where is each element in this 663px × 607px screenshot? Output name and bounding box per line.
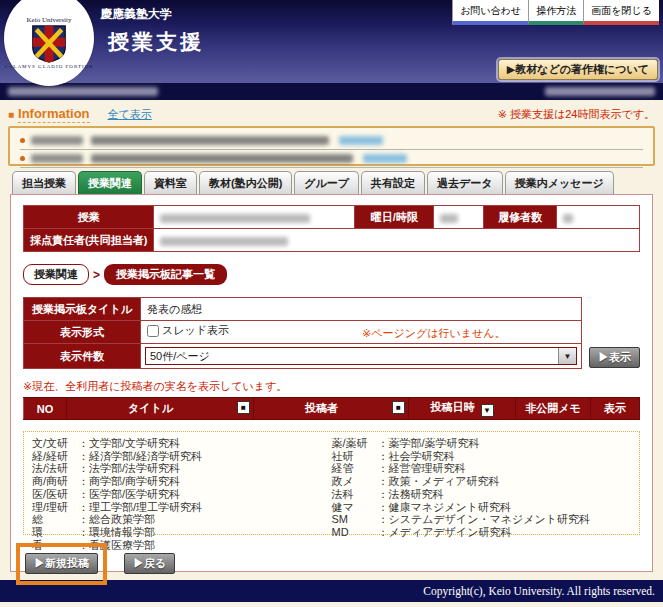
- redacted-enrollment: [563, 214, 573, 223]
- tab-content-panel: 授業 曜日/時限 履修者数 採点責任者(共同担当者) 授業関連 > 授業掲示板記…: [10, 194, 653, 572]
- 24h-note: ※ 授業支援は24時間表示です。: [498, 107, 655, 122]
- thread-display-option[interactable]: スレッド表示: [147, 323, 229, 338]
- legend-abbr: 法科: [332, 488, 378, 501]
- redacted-notice-link[interactable]: [339, 136, 383, 145]
- tab-materials[interactable]: 教材(塾内公開): [199, 171, 292, 194]
- legend-abbr: 経管: [332, 462, 378, 475]
- legend-separator: ：: [378, 488, 389, 501]
- tab-group[interactable]: グループ: [294, 171, 359, 194]
- tab-class-related[interactable]: 授業関連: [78, 171, 142, 194]
- legend-separator: ：: [378, 526, 389, 539]
- legend-name: 法学部/法学研究科: [89, 462, 180, 475]
- tab-resource-room[interactable]: 資料室: [144, 171, 197, 194]
- legend-item: 法/法研：法学部/法学研究科: [32, 462, 332, 475]
- legend-item: 健マ：健康マネジメント研究科: [332, 501, 632, 514]
- col-display: 表示: [591, 398, 640, 420]
- notice-item: [20, 150, 643, 168]
- breadcrumb-separator: >: [93, 268, 100, 282]
- tab-assigned-classes[interactable]: 担当授業: [12, 171, 76, 194]
- breadcrumb: 授業関連 > 授業掲示板記事一覧: [23, 264, 640, 285]
- paging-note: ※ページングは行いません。: [362, 327, 506, 339]
- date-sort-desc-icon[interactable]: ▼: [481, 404, 494, 417]
- display-format-value: スレッド表示 ※ページングは行いません。: [141, 321, 582, 344]
- app-header: Keio University CALAMVS GLADIO FORTIOR 慶…: [0, 0, 663, 83]
- legend-left-column: 文/文研：文学部/文学研究科 経/経研：経済学部/経済学研究科 法/法研：法学部…: [32, 437, 332, 529]
- information-title: Information: [18, 106, 90, 123]
- close-screen-button[interactable]: 画面を閉じる: [583, 0, 659, 25]
- new-post-button[interactable]: ▶新規投稿: [25, 553, 98, 574]
- legend-abbr: 理/理研: [32, 501, 78, 514]
- title-sort-icon[interactable]: ■: [237, 401, 250, 414]
- legend-name: 総合政策学部: [89, 513, 155, 526]
- legend-abbr: 社研: [332, 450, 378, 463]
- legend-item: SM：システムデザイン・マネジメント研究科: [332, 513, 632, 526]
- information-section: ■ Information 全て表示 ※ 授業支援は24時間表示です。: [0, 100, 663, 170]
- thread-display-checkbox[interactable]: [147, 325, 159, 337]
- legend-name: 政策・メディア研究科: [389, 475, 500, 488]
- redacted-notice-link[interactable]: [363, 154, 407, 163]
- enrollment-label: 履修者数: [484, 206, 557, 229]
- university-name: 慶應義塾大学: [100, 6, 172, 23]
- legend-item: 経/経研：経済学部/経済学研究科: [32, 450, 332, 463]
- legend-separator: ：: [378, 513, 389, 526]
- info-square-icon: ■: [8, 109, 14, 120]
- legend-separator: ：: [78, 450, 89, 463]
- legend-abbr: 法/法研: [32, 462, 78, 475]
- legend-name: システムデザイン・マネジメント研究科: [389, 513, 591, 526]
- how-to-button[interactable]: 操作方法: [528, 0, 583, 25]
- back-button[interactable]: ▶戻る: [124, 553, 175, 574]
- tab-sharing-settings[interactable]: 共有設定: [361, 171, 425, 194]
- notice-item: [20, 132, 643, 150]
- legend-separator: ：: [78, 526, 89, 539]
- class-value: [154, 206, 355, 229]
- legend-abbr: 総: [32, 513, 78, 526]
- page-size-select[interactable]: 50件/ページ ▼: [145, 347, 577, 365]
- legend-abbr: 医/医研: [32, 488, 78, 501]
- legend-name: 環境情報学部: [89, 526, 155, 539]
- logo-caption: Keio University: [27, 16, 72, 24]
- col-post-date: 投稿日時▼: [409, 398, 516, 420]
- col-title-label: タイトル: [128, 402, 173, 414]
- breadcrumb-class-related[interactable]: 授業関連: [23, 264, 89, 285]
- user-status-bar: [0, 83, 663, 100]
- legend-item: 法科：法務研究科: [332, 488, 632, 501]
- materials-copyright-button[interactable]: ▶教材などの著作権について: [498, 59, 658, 80]
- col-poster-label: 投稿者: [305, 402, 338, 414]
- legend-name: 医学部/医学研究科: [89, 488, 180, 501]
- breadcrumb-board-article-list: 授業掲示板記事一覧: [104, 264, 227, 285]
- page-title: 授業支援: [108, 28, 204, 56]
- legend-abbr: 薬/薬研: [332, 437, 378, 450]
- legend-name: 文学部/文学研究科: [89, 437, 180, 450]
- legend-name: 健康マネジメント研究科: [389, 501, 512, 514]
- legend-item: 看：看護医療学部: [32, 539, 332, 552]
- legend-name: 看護医療学部: [89, 539, 155, 552]
- poster-sort-icon[interactable]: ■: [392, 401, 405, 414]
- footer: Copyright(c), Keio University. All right…: [0, 580, 663, 602]
- legend-name: 薬学部/薬学研究科: [389, 437, 480, 450]
- notice-box: [8, 126, 655, 166]
- legend-abbr: 経/経研: [32, 450, 78, 463]
- select-dropdown-icon[interactable]: ▼: [558, 348, 576, 364]
- legend-item: 理/理研：理工学部/理工学研究科: [32, 501, 332, 514]
- legend-separator: ：: [78, 539, 89, 552]
- board-form: 授業掲示板タイトル 発表の感想 表示形式 スレッド表示 ※ページングは行いません…: [23, 297, 640, 369]
- tab-past-data[interactable]: 過去データ: [427, 171, 503, 194]
- display-button[interactable]: ▶表示: [589, 347, 640, 368]
- legend-abbr: 環: [32, 526, 78, 539]
- class-label: 授業: [24, 206, 154, 229]
- contact-button[interactable]: お問い合わせ: [452, 0, 528, 25]
- legend-separator: ：: [378, 437, 389, 450]
- legend-abbr: 看: [32, 539, 78, 552]
- col-private-memo: 非公開メモ: [516, 398, 591, 420]
- bullet-icon: [20, 138, 25, 143]
- tab-class-messages[interactable]: 授業内メッセージ: [505, 171, 614, 194]
- legend-separator: ：: [378, 475, 389, 488]
- article-list-header: NO タイトル■ 投稿者■ 投稿日時▼ 非公開メモ 表示: [23, 397, 640, 420]
- copyright-text: Copyright(c), Keio University. All right…: [423, 585, 655, 597]
- bullet-icon: [20, 156, 25, 161]
- legend-right-column: 薬/薬研：薬学部/薬学研究科 社研：社会学研究科 経管：経営管理研究科 政メ：政…: [332, 437, 632, 529]
- legend-item: MD：メディアデザイン研究科: [332, 526, 632, 539]
- display-count-cell: 50件/ページ ▼: [141, 344, 582, 369]
- show-all-link[interactable]: 全て表示: [108, 107, 152, 122]
- legend-separator: ：: [378, 450, 389, 463]
